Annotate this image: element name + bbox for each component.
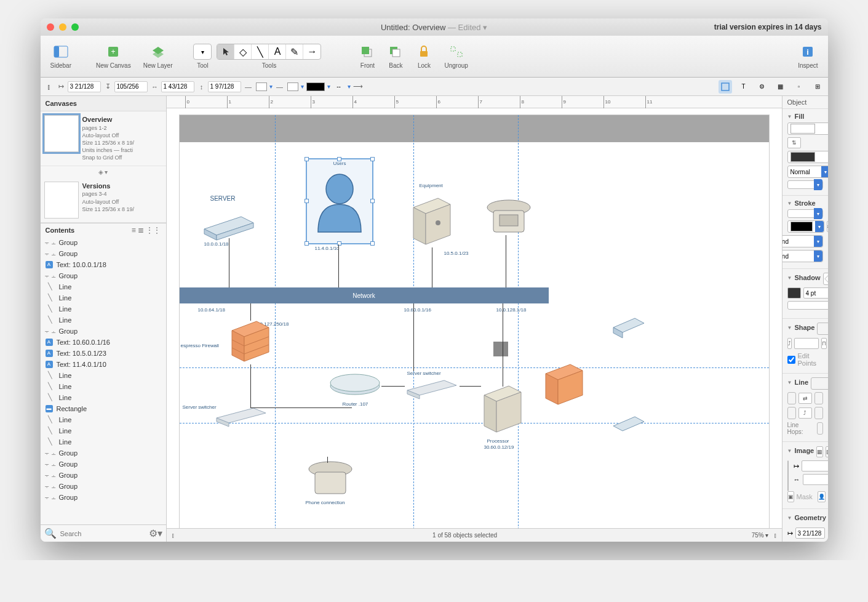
inspect-button[interactable]: i Inspect (794, 41, 821, 71)
fill-color2-select[interactable]: ▾ (787, 151, 828, 163)
equipment-shape[interactable] (407, 195, 456, 253)
list-item[interactable]: ⫟⫠Group (41, 237, 166, 248)
gear-icon[interactable]: ⚙▾ (149, 528, 162, 539)
shadow-slider[interactable] (787, 301, 828, 310)
firewall2-shape[interactable] (543, 361, 586, 413)
list-item[interactable]: ⫟⫠Group (41, 447, 166, 459)
shadow-color-icon[interactable] (787, 287, 801, 299)
h-input[interactable] (208, 81, 241, 92)
tools-group[interactable]: ◇ ╲ A ✎ → (217, 44, 321, 60)
list-item[interactable]: ╲Line (41, 303, 166, 315)
list-item[interactable]: AText: 10.5.0.1/23 (41, 348, 166, 359)
w-input[interactable] (161, 81, 194, 92)
canvas-tab[interactable]: ▦ (774, 80, 787, 94)
switcher-shape[interactable] (401, 377, 463, 404)
list-item[interactable]: ⫟⫠Group (41, 270, 166, 281)
properties-tab[interactable]: ⚙ (755, 80, 769, 94)
sidebar-button[interactable]: Sidebar (47, 41, 75, 71)
edit-points-checkbox[interactable] (787, 356, 795, 364)
list-item[interactable]: ╲Line (41, 425, 166, 436)
new-canvas-button[interactable]: + New Canvas (92, 41, 135, 71)
list-item[interactable]: ⫟⫠Group (41, 248, 166, 259)
ungroup-button[interactable]: Ungroup (440, 41, 471, 71)
shadow-offset-input[interactable] (803, 287, 828, 299)
stroke-swatch[interactable] (256, 82, 267, 91)
shape-curve-icon[interactable]: ⤴ (787, 338, 792, 349)
server-cluster[interactable] (610, 312, 647, 345)
list-item[interactable]: ▬Rectangle (41, 403, 166, 414)
shadow-select[interactable]: No Shadow▾ (823, 273, 828, 285)
corner-select[interactable]: Round▾ (782, 250, 823, 262)
swap-icon[interactable]: ⇅ (787, 137, 801, 148)
line-reverse-icon[interactable]: ⇄ (798, 393, 812, 404)
list-item[interactable]: AText: 10.60.0.1/16 (41, 337, 166, 348)
list-item[interactable]: ⫟⫠Group (41, 459, 166, 470)
phone-shape[interactable] (481, 195, 536, 241)
back-button[interactable]: Back (384, 41, 407, 71)
close-icon[interactable] (47, 23, 54, 31)
search-input[interactable] (60, 530, 145, 537)
y-input[interactable] (114, 81, 148, 92)
stroke-weight-icon[interactable]: ≡ (827, 221, 828, 232)
zoom-icon[interactable] (71, 23, 79, 31)
geo-x-input[interactable] (795, 528, 825, 539)
rectangle-shape[interactable] (493, 342, 508, 356)
list-item[interactable]: ╲Line (41, 392, 166, 403)
line-curve-icon[interactable]: ⤴ (798, 407, 812, 419)
image-well[interactable] (787, 460, 789, 491)
switcher2-shape[interactable] (210, 404, 272, 431)
list-item[interactable]: ⫟⫠Group (41, 492, 166, 503)
list-item[interactable]: ╲Line (41, 292, 166, 303)
view-mode-icons[interactable]: ≡ ≣ ⋮⋮ (132, 226, 161, 235)
front-button[interactable]: Front (356, 41, 379, 71)
fill-color-select[interactable]: ▾ (787, 122, 828, 135)
blend-select[interactable]: Normal▾ (787, 166, 828, 178)
list-item[interactable]: ╲Line (41, 281, 166, 292)
list-item[interactable]: ╲Line (41, 370, 166, 381)
phone2-shape[interactable] (303, 457, 358, 502)
router-shape[interactable] (327, 371, 383, 404)
ruler-toggle-v-icon[interactable]: ⫿ (172, 532, 175, 539)
minimize-icon[interactable] (59, 23, 66, 31)
fill-type-strip[interactable]: ▾ (787, 180, 823, 189)
list-item[interactable]: ╲Line (41, 315, 166, 326)
ruler-toggle-icon[interactable]: ⫿ (44, 82, 54, 92)
new-layer-button[interactable]: New Layer (140, 41, 177, 71)
stroke-end-icon[interactable]: ⟶ (353, 82, 363, 92)
mask-button[interactable]: ▣ (787, 491, 794, 502)
combine-icon[interactable]: ⊓ (821, 338, 827, 349)
document-tab[interactable]: ▫ (792, 80, 806, 94)
stencils-tab[interactable]: ⊞ (811, 80, 824, 94)
tool-selector[interactable]: ▾ (193, 44, 212, 60)
processor-shape[interactable] (478, 383, 527, 441)
list-item[interactable]: AText: 11.4.0.1/10 (41, 359, 166, 370)
lock-button[interactable]: Lock (412, 41, 436, 71)
list-item[interactable]: ⫟⫠Group (41, 326, 166, 337)
list-item[interactable]: ⫟⫠Group (41, 481, 166, 492)
fill-swatch[interactable] (287, 82, 298, 91)
canvas-thumbnail[interactable] (44, 182, 79, 219)
server-cluster2[interactable] (610, 411, 647, 444)
canvas-item-overview[interactable]: Overview pages 1-2 Auto-layout Off Size … (41, 111, 166, 166)
zoom-level[interactable]: 75% ▾ (752, 532, 769, 539)
ruler-icon[interactable]: ⫿ (774, 532, 777, 539)
type-tab[interactable]: T (737, 80, 751, 94)
list-item[interactable]: AText: 10.0.0.1/18 (41, 259, 166, 270)
firewall-shape[interactable] (229, 318, 272, 370)
shape-radius-input[interactable] (794, 338, 819, 349)
list-item[interactable]: ⫟⫠Group (41, 470, 166, 481)
canvas-page[interactable]: SERVER 10.0.0.1/18 Users (179, 114, 770, 528)
list-item[interactable]: ╲Line (41, 414, 166, 425)
canvas-item-versions[interactable]: Versions pages 3-4 Auto-layout Off Size … (41, 178, 166, 223)
stroke-color-select[interactable]: ▾ (787, 220, 824, 233)
layer-visibility-icon[interactable]: ◈ ▾ (41, 166, 166, 178)
line-style-swatch[interactable] (306, 82, 325, 91)
network-bar[interactable]: Network (180, 287, 549, 303)
list-item[interactable]: ╲Line (41, 436, 166, 447)
canvas-viewport[interactable]: SERVER 10.0.0.1/18 Users (167, 108, 782, 528)
stroke-type-strip[interactable]: ▾ (787, 209, 823, 218)
cap-select[interactable]: Round▾ (782, 235, 823, 247)
horizontal-ruler[interactable]: 01234567891011 (167, 96, 782, 108)
user-shape[interactable] (312, 171, 367, 241)
object-tab[interactable] (719, 80, 732, 94)
